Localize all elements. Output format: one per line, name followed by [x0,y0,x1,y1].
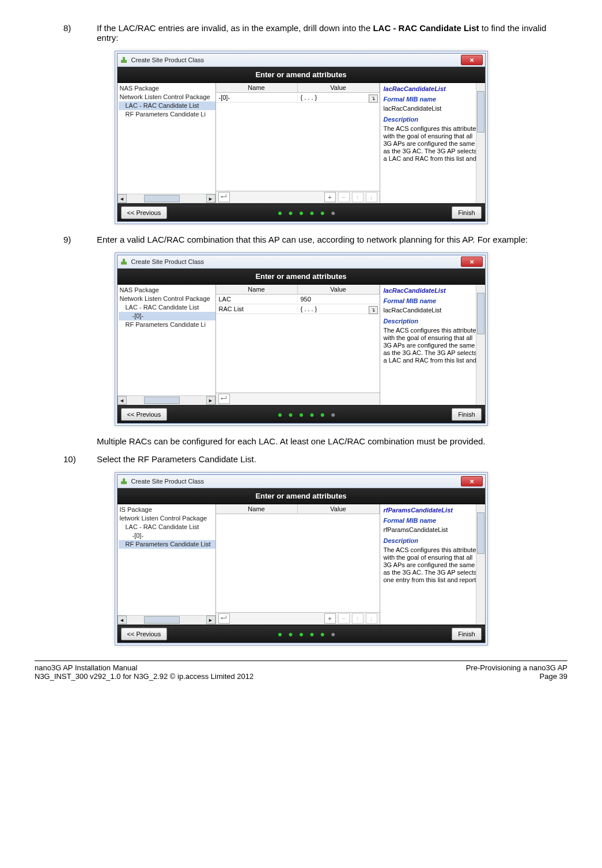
add-button[interactable]: + [324,192,336,202]
finish-button[interactable]: Finish [452,206,481,219]
nav-up-button[interactable]: ⮠ [218,613,230,624]
app-icon [120,477,128,485]
cell-name: RAC List [216,305,298,312]
wizard-nav-bar: << Previous ●●●●●● Finish [118,405,485,423]
scroll-right-icon[interactable]: ► [206,194,215,203]
remove-button[interactable]: − [338,192,350,202]
vertical-scrollbar[interactable] [476,504,485,624]
column-header-value[interactable]: Value [298,285,380,294]
nav-up-button[interactable]: ⮠ [218,394,230,404]
move-down-button[interactable]: ↓ [366,192,377,202]
move-down-button[interactable]: ↓ [366,613,377,624]
tree-item[interactable]: Network Listen Control Package [119,93,215,101]
nav-up-button[interactable]: ⮠ [218,192,230,202]
svg-rect-0 [121,60,127,63]
vertical-scrollbar[interactable] [476,83,485,203]
svg-rect-3 [123,259,125,262]
scroll-left-icon[interactable]: ◄ [118,396,127,405]
tree-item[interactable]: LAC - RAC Candidate List [119,523,215,531]
footer-doc-id: N3G_INST_300 v292_1.0 for N3G_2.92 © ip.… [35,672,253,681]
step-10: 10) Select the RF Parameters Candidate L… [35,454,567,464]
tree-item[interactable]: IS Package [119,505,215,514]
tree-item-selected[interactable]: LAC - RAC Candidate List [119,101,215,110]
scroll-left-icon[interactable]: ◄ [118,616,127,624]
add-button[interactable]: + [324,613,336,624]
column-header-value[interactable]: Value [298,504,380,514]
step-9-note: Multiple RACs can be configured for each… [97,436,567,446]
scroll-thumb[interactable] [144,616,180,624]
window-title: Create Site Product Class [131,258,461,265]
cell-name: LAC [216,296,298,303]
step-number: 8) [35,23,91,43]
grid-toolbar: ⮠ + − ↑ ↓ [216,612,380,624]
tree-item[interactable]: Network Listen Control Package [119,295,215,303]
close-button[interactable]: ✕ [461,256,483,267]
previous-button[interactable]: << Previous [121,628,168,640]
finish-button[interactable]: Finish [452,408,481,421]
previous-button[interactable]: << Previous [121,408,168,421]
titlebar: Create Site Product Class ✕ [118,54,485,67]
dropdown-icon[interactable]: ↴ [369,95,378,103]
vertical-scrollbar[interactable] [476,285,485,405]
scroll-thumb[interactable] [477,512,484,554]
close-button[interactable]: ✕ [461,55,483,65]
horizontal-scrollbar[interactable]: ◄ ► [118,395,215,405]
svg-rect-2 [121,262,127,265]
scroll-thumb[interactable] [144,397,180,404]
app-icon [120,56,128,64]
scroll-thumb[interactable] [144,195,180,202]
grid-row[interactable]: -[0]- { . . . }↴ [216,93,380,103]
tree-panel: NAS Package Network Listen Control Packa… [118,285,216,405]
grid-panel: Name Value ⮠ + − ↑ ↓ [216,504,380,624]
scroll-thumb[interactable] [477,293,484,334]
info-section: Formal MIB name [384,96,482,103]
cell-value[interactable]: { . . . }↴ [298,94,380,101]
info-panel: lacRacCandidateList Formal MIB name lacR… [380,83,485,203]
banner: Enter or amend attributes [118,269,485,285]
tree-panel: IS Package letwork Listen Control Packag… [118,504,216,624]
tree-item-selected[interactable]: -[0]- [119,312,215,320]
close-button[interactable]: ✕ [461,476,483,486]
column-header-name[interactable]: Name [216,285,298,294]
progress-dots: ●●●●●● [167,629,452,639]
scroll-right-icon[interactable]: ► [206,396,215,405]
tree-item[interactable]: NAS Package [119,84,215,93]
info-section: Description [384,116,482,123]
progress-dots: ●●●●●● [167,410,452,419]
wizard-dialog: Create Site Product Class ✕ Enter or ame… [115,252,488,426]
column-header-name[interactable]: Name [216,83,298,92]
info-panel: rfParamsCandidateList Formal MIB name rf… [380,504,485,624]
scroll-right-icon[interactable]: ► [206,616,215,624]
grid-panel: Name Value -[0]- { . . . }↴ ⮠ + − ↑ ↓ [216,83,380,203]
tree-item[interactable]: LAC - RAC Candidate List [119,303,215,312]
scroll-thumb[interactable] [477,91,484,133]
mib-title: rfParamsCandidateList [384,507,482,514]
cell-value[interactable]: { . . . }↴ [298,305,380,312]
tree-item[interactable]: RF Parameters Candidate Li [119,110,215,119]
info-panel: lacRacCandidateList Formal MIB name lacR… [380,285,485,405]
move-up-button[interactable]: ↑ [352,192,364,202]
horizontal-scrollbar[interactable]: ◄ ► [118,194,215,203]
column-header-value[interactable]: Value [298,83,380,92]
dropdown-icon[interactable]: ↴ [369,306,378,314]
remove-button[interactable]: − [338,613,350,624]
wizard-nav-bar: << Previous ●●●●●● Finish [118,203,485,221]
scroll-left-icon[interactable]: ◄ [118,194,127,203]
footer-section: Pre-Provisioning a nano3G AP [466,663,567,672]
grid-row[interactable]: LAC 950 [216,295,380,304]
finish-button[interactable]: Finish [452,628,481,640]
info-text: lacRacCandidateList [384,105,482,112]
tree-item[interactable]: RF Parameters Candidate Li [119,320,215,329]
column-header-name[interactable]: Name [216,504,298,514]
cell-value[interactable]: 950 [298,296,380,303]
titlebar: Create Site Product Class ✕ [118,255,485,269]
banner: Enter or amend attributes [118,67,485,83]
tree-item[interactable]: letwork Listen Control Package [119,514,215,523]
previous-button[interactable]: << Previous [121,206,168,219]
horizontal-scrollbar[interactable]: ◄ ► [118,615,215,624]
tree-item[interactable]: NAS Package [119,286,215,295]
grid-row[interactable]: RAC List { . . . }↴ [216,304,380,314]
tree-item-selected[interactable]: RF Parameters Candidate List [119,540,215,549]
tree-item[interactable]: -[0]- [119,531,215,540]
move-up-button[interactable]: ↑ [352,613,364,624]
